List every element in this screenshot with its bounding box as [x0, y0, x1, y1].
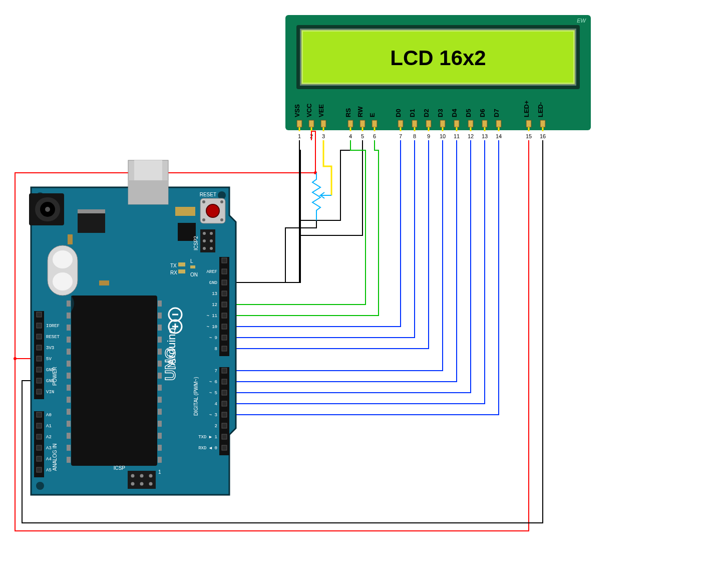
header-pin[interactable]	[37, 367, 42, 372]
lcd-pin-num: 16	[540, 133, 546, 139]
header-pin[interactable]	[37, 378, 42, 383]
lcd-pin-num: 15	[526, 133, 532, 139]
lcd-pin-num: 12	[468, 133, 474, 139]
svg-point-86	[140, 482, 144, 486]
header-pin[interactable]	[37, 423, 42, 428]
wire-gnd-pot	[224, 220, 316, 282]
svg-rect-70	[67, 445, 71, 451]
svg-point-77	[203, 239, 206, 242]
lcd-pin-label: D6	[479, 109, 486, 117]
svg-point-87	[149, 482, 153, 486]
wire-gnd-extra	[285, 140, 299, 282]
lcd-pin-num: 5	[361, 133, 364, 139]
lcd-pin-num: 13	[482, 133, 488, 139]
header-pin[interactable]	[222, 280, 227, 285]
lcd-pin-label: D4	[451, 109, 458, 117]
header-pin[interactable]	[37, 467, 42, 472]
header-pin-label: A5	[46, 468, 52, 473]
wire-gnd-rw2	[299, 140, 362, 282]
header-pin-label: ~ 10	[206, 325, 217, 330]
lcd-display-text: LCD 16x2	[390, 46, 486, 70]
header-pin[interactable]	[37, 389, 42, 394]
svg-rect-50	[67, 325, 71, 331]
header-pin[interactable]	[222, 291, 227, 296]
lcd-pin-d0	[398, 120, 403, 127]
lcd-pin-num: 8	[413, 133, 416, 139]
lcd-pin-num: 14	[496, 133, 502, 139]
header-pin[interactable]	[37, 334, 42, 339]
header-pin-label: 8	[215, 347, 217, 352]
potentiometer	[312, 173, 331, 220]
svg-rect-58	[67, 373, 71, 379]
svg-rect-72	[67, 457, 71, 463]
svg-point-83	[140, 474, 144, 478]
header-pin[interactable]	[37, 445, 42, 450]
lcd-pin-label: VCC	[305, 103, 313, 117]
svg-point-24	[36, 482, 44, 490]
svg-rect-60	[67, 385, 71, 391]
svg-rect-66	[67, 421, 71, 427]
lcd-pin-vcc	[309, 120, 314, 127]
svg-rect-49	[158, 313, 162, 319]
svg-point-38	[202, 200, 205, 203]
header-pin-label: VIN	[46, 390, 54, 395]
lcd-pin-num: 10	[440, 133, 446, 139]
header-pin[interactable]	[37, 323, 42, 328]
lcd-pin-d7	[496, 120, 501, 127]
svg-rect-56	[67, 361, 71, 367]
header-pin[interactable]	[222, 390, 227, 395]
svg-point-41	[220, 218, 223, 221]
svg-rect-32	[128, 180, 168, 204]
header-pin[interactable]	[222, 313, 227, 318]
header-pin-label: ~ 9	[209, 336, 217, 341]
header-pin[interactable]	[37, 456, 42, 461]
svg-point-76	[210, 232, 213, 235]
power-group-label: POWER	[52, 367, 58, 386]
header-pin[interactable]	[37, 434, 42, 439]
header-pin[interactable]	[37, 412, 42, 417]
header-pin-label: 7	[215, 369, 217, 374]
lcd-brand: EW	[577, 18, 586, 24]
header-pin[interactable]	[222, 324, 227, 329]
lcd-pin-rs	[348, 120, 353, 127]
header-pin[interactable]	[222, 423, 227, 428]
svg-rect-34	[78, 209, 105, 213]
svg-rect-55	[158, 349, 162, 355]
svg-rect-89	[178, 269, 185, 273]
header-pin-label: A0	[46, 413, 52, 418]
lcd-pin-d3	[440, 120, 445, 127]
header-pin[interactable]	[37, 356, 42, 361]
header-pin-label: IOREF	[46, 324, 60, 329]
lcd-pin-d4	[454, 120, 459, 127]
header-pin[interactable]	[222, 368, 227, 373]
header-pin-label: ~ 11	[206, 314, 217, 319]
header-pin[interactable]	[37, 345, 42, 350]
header-pin[interactable]	[222, 445, 227, 450]
svg-point-82	[131, 474, 135, 478]
header-pin[interactable]	[222, 434, 227, 439]
svg-rect-57	[158, 361, 162, 367]
reset-button[interactable]	[200, 198, 225, 223]
lcd-pin-vee	[321, 120, 326, 127]
header-pin[interactable]	[222, 412, 227, 417]
svg-point-43	[53, 250, 73, 268]
svg-point-79	[203, 247, 206, 250]
header-pin[interactable]	[222, 335, 227, 340]
wire-d7-lcd3	[224, 140, 443, 371]
header-pin[interactable]	[222, 379, 227, 384]
lcd-pin-label: D0	[395, 109, 402, 117]
header-pin[interactable]	[222, 258, 227, 263]
header-pin[interactable]	[37, 312, 42, 317]
analog-group-label: ANALOG IN	[52, 444, 58, 471]
atmega-chip	[71, 296, 157, 466]
lcd-pin-num: 9	[427, 133, 430, 139]
header-pin-label: A2	[46, 435, 52, 440]
header-pin[interactable]	[222, 269, 227, 274]
svg-text:UNO: UNO	[162, 347, 178, 381]
header-pin[interactable]	[222, 401, 227, 406]
wire-d10-lcd0	[224, 140, 401, 327]
crystal	[48, 245, 78, 296]
header-pin[interactable]	[222, 346, 227, 351]
header-pin[interactable]	[222, 302, 227, 307]
svg-rect-88	[178, 262, 185, 266]
